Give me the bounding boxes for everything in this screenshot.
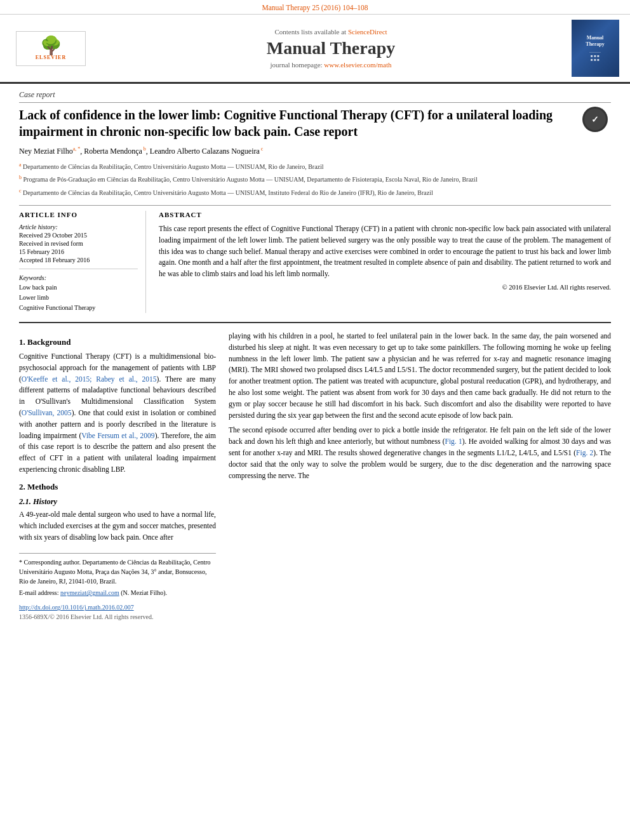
top-bar: Manual Therapy 25 (2016) 104–108: [0, 0, 630, 15]
sciencedirect-line: Contents lists available at ScienceDirec…: [274, 28, 387, 36]
ref-fig2[interactable]: Fig. 2: [576, 449, 593, 457]
corresponding-footnote: * Corresponding author. Departamento de …: [19, 557, 216, 586]
accepted-date: Accepted 18 February 2016: [19, 257, 138, 263]
left-body-column: 1. Background Cognitive Functional Thera…: [19, 331, 216, 622]
author2-sup: b: [142, 146, 146, 152]
journal-homepage-line: journal homepage: www.elsevier.com/math: [270, 61, 391, 69]
right-body-column: playing with his children in a pool, he …: [229, 331, 611, 622]
keywords-divider: [19, 269, 138, 269]
doi-line: http://dx.doi.org/10.1016/j.math.2016.02…: [19, 603, 216, 612]
affiliation-a: a Departamento de Ciências da Reabilitaç…: [19, 161, 611, 171]
svg-text:✓: ✓: [591, 114, 599, 124]
crossmark-badge: ✓: [582, 107, 611, 135]
ref-osullivan[interactable]: O'Sullivan, 2005: [22, 409, 72, 417]
journal-thumb-subtitle: ———■ ■ ■■ ■ ■: [589, 50, 601, 62]
keyword-1: Low back pain: [19, 283, 138, 293]
article-history-label: Article history:: [19, 223, 138, 230]
right-paragraph-1: playing with his children in a pool, he …: [229, 331, 611, 422]
ref-okeeffe[interactable]: O'Keeffe et al., 2015; Rabey et al., 201…: [22, 375, 157, 383]
info-abstract-section: ARTICLE INFO Article history: Received 2…: [19, 205, 611, 313]
article-title: Lack of confidence in the lower limb: Co…: [19, 107, 611, 140]
issn-line: 1356-689X/© 2016 Elsevier Ltd. All right…: [19, 612, 216, 622]
keyword-2: Lower limb: [19, 293, 138, 303]
ref-vibe[interactable]: Vibe Fersum et al., 2009: [81, 432, 154, 439]
copyright-text: © 2016 Elsevier Ltd. All rights reserved…: [159, 284, 611, 291]
author2-name: Roberta Mendonça: [84, 147, 142, 156]
abstract-header: ABSTRACT: [159, 211, 611, 218]
content-wrapper: Case report Lack of confidence in the lo…: [0, 84, 630, 628]
header: 🌳 ELSEVIER Contents lists available at S…: [0, 15, 630, 83]
elsevier-tree-icon: 🌳: [40, 37, 62, 55]
main-body: 1. Background Cognitive Functional Thera…: [19, 322, 611, 622]
section2-subsection-title: 2.1. History: [19, 497, 216, 507]
keywords-label: Keywords:: [19, 274, 138, 281]
crossmark-svg: ✓: [584, 108, 607, 131]
journal-title-header: Manual Therapy: [267, 38, 396, 58]
received-date: Received 29 October 2015: [19, 232, 138, 239]
abstract-text: This case report presents the effect of …: [159, 223, 611, 280]
authors-line: Ney Meziat Filhoa, *, Roberta Mendonça b…: [19, 146, 611, 156]
affiliation-b: b Programa de Pós-Graduação em Ciências …: [19, 174, 611, 184]
article-info-column: ARTICLE INFO Article history: Received 2…: [19, 211, 146, 313]
header-center: Contents lists available at ScienceDirec…: [95, 20, 566, 77]
journal-thumb-title: ManualTherapy: [586, 35, 604, 47]
author3-sup: c: [260, 146, 264, 152]
affiliation-c: c Departamento de Ciências da Reabilitaç…: [19, 187, 611, 197]
author1-name: Ney Meziat Filho: [19, 147, 73, 156]
email-author-name: (N. Meziat Filho).: [121, 589, 167, 596]
section1-title: 1. Background: [19, 337, 216, 347]
article-type-label: Case report: [19, 90, 611, 103]
journal-citation: Manual Therapy 25 (2016) 104–108: [262, 4, 368, 11]
revised-date: 15 February 2016: [19, 248, 138, 255]
section1-paragraph: Cognitive Functional Therapy (CFT) is a …: [19, 351, 216, 476]
revised-label: Received in revised form: [19, 240, 138, 247]
section2-title: 2. Methods: [19, 482, 216, 492]
homepage-link[interactable]: www.elsevier.com/math: [324, 61, 391, 69]
email-footnote: E-mail address: neymeziat@gmail.com (N. …: [19, 588, 216, 597]
footnotes-section: * Corresponding author. Departamento de …: [19, 553, 216, 622]
doi-link[interactable]: http://dx.doi.org/10.1016/j.math.2016.02…: [19, 604, 134, 611]
email-link[interactable]: neymeziat@gmail.com: [60, 589, 119, 596]
abstract-column: ABSTRACT This case report presents the e…: [159, 211, 611, 313]
article-title-text: Lack of confidence in the lower limb: Co…: [19, 108, 553, 138]
affiliations: a Departamento de Ciências da Reabilitaç…: [19, 161, 611, 197]
journal-thumbnail-area: ManualTherapy ———■ ■ ■■ ■ ■: [566, 20, 624, 77]
article-info-header: ARTICLE INFO: [19, 211, 138, 218]
elsevier-label: ELSEVIER: [36, 55, 66, 60]
crossmark-icon: ✓: [582, 107, 608, 132]
keyword-3: Cognitive Functional Therapy: [19, 303, 138, 313]
journal-thumbnail: ManualTherapy ———■ ■ ■■ ■ ■: [572, 20, 619, 77]
elsevier-logo: 🌳 ELSEVIER: [16, 31, 86, 66]
author1-sup: a, *: [73, 146, 81, 152]
elsevier-logo-area: 🌳 ELSEVIER: [6, 20, 95, 77]
author3-name: Leandro Alberto Calazans Nogueira: [150, 147, 260, 156]
right-paragraph-2: The second episode occurred after bendin…: [229, 425, 611, 481]
sciencedirect-link[interactable]: ScienceDirect: [348, 28, 387, 36]
ref-fig1[interactable]: Fig. 1: [445, 437, 462, 445]
section2-paragraph: A 49-year-old male dental surgeon who us…: [19, 509, 216, 543]
